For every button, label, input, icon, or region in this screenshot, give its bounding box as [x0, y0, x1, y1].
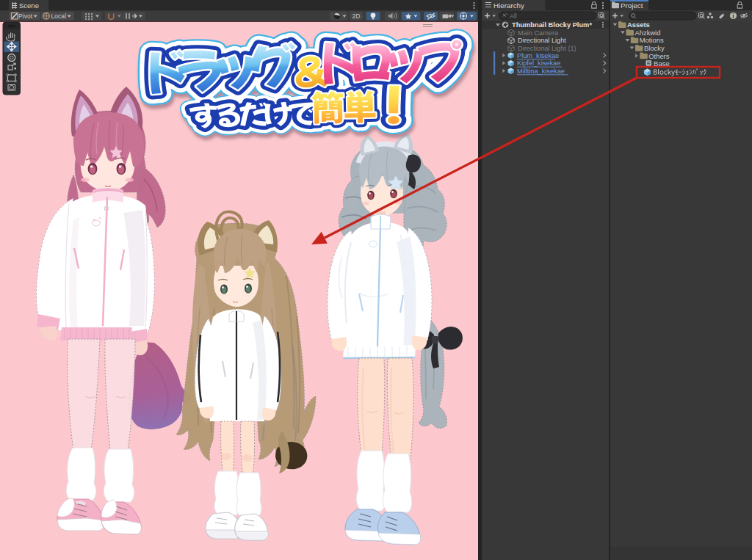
- svg-text:Motions: Motions: [640, 36, 664, 44]
- svg-text:Kipfel_kisekae: Kipfel_kisekae: [517, 59, 560, 67]
- svg-text:Local: Local: [51, 12, 67, 20]
- svg-text:Pivot: Pivot: [18, 12, 33, 20]
- svg-text:Thumbnail Blocky Plum*: Thumbnail Blocky Plum*: [512, 21, 592, 29]
- svg-text:2D: 2D: [352, 12, 361, 20]
- svg-text:Main Camera: Main Camera: [518, 29, 559, 37]
- svg-text:Ahzkwid: Ahzkwid: [635, 29, 661, 37]
- svg-text:Hierarchy: Hierarchy: [494, 1, 524, 10]
- svg-text:Milltina_kisekae: Milltina_kisekae: [517, 68, 565, 75]
- svg-text:Blocky: Blocky: [644, 44, 665, 52]
- svg-text:i: i: [732, 12, 734, 20]
- svg-text:Directional Light (1): Directional Light (1): [518, 45, 576, 52]
- svg-text:All: All: [510, 12, 517, 20]
- svg-text:Scene: Scene: [19, 1, 39, 10]
- svg-text:Directional Light: Directional Light: [518, 37, 566, 44]
- svg-text:Assets: Assets: [627, 21, 650, 29]
- svg-text:Plum_kisekae: Plum_kisekae: [517, 52, 559, 59]
- svg-text:Project: Project: [621, 1, 643, 10]
